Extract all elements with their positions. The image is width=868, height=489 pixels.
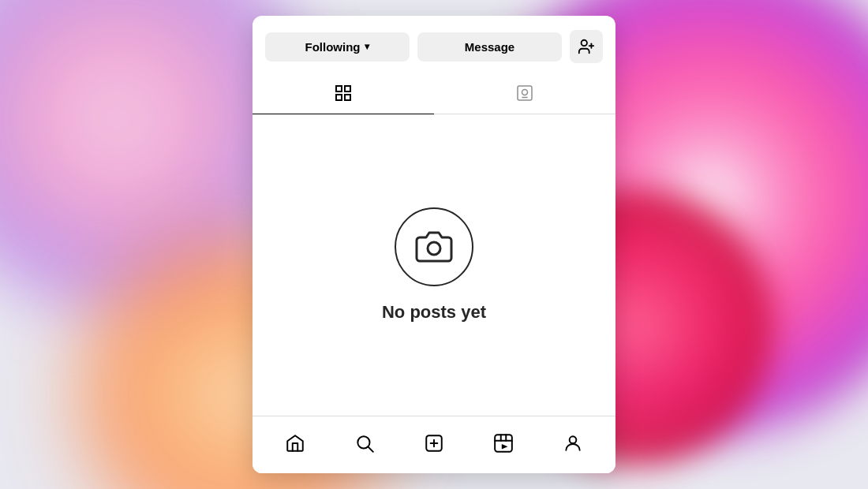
camera-icon [415, 228, 453, 266]
create-icon [424, 433, 444, 454]
nav-profile[interactable] [556, 426, 590, 461]
message-label: Message [465, 40, 514, 54]
following-label: Following [305, 40, 361, 54]
search-icon [354, 433, 375, 454]
svg-rect-6 [345, 95, 350, 100]
add-user-icon [578, 38, 595, 55]
content-area: No posts yet [253, 114, 615, 416]
chevron-down-icon: ▾ [365, 41, 369, 52]
svg-line-12 [369, 447, 373, 452]
svg-rect-16 [495, 435, 512, 452]
nav-home[interactable] [278, 426, 312, 461]
reels-icon [493, 433, 514, 454]
following-button[interactable]: Following ▾ [265, 32, 410, 62]
svg-rect-5 [336, 95, 342, 100]
profile-panel: Following ▾ Message [253, 16, 615, 473]
svg-point-21 [570, 436, 577, 443]
camera-circle [395, 207, 473, 286]
svg-point-8 [522, 90, 528, 95]
svg-point-10 [428, 242, 440, 255]
svg-marker-20 [502, 444, 508, 450]
tagged-icon [515, 84, 534, 103]
bottom-nav [253, 416, 615, 473]
tab-grid[interactable] [253, 73, 434, 114]
svg-point-0 [582, 40, 587, 46]
tab-tagged[interactable] [434, 73, 615, 114]
no-posts-label: No posts yet [382, 302, 486, 323]
message-button[interactable]: Message [417, 32, 562, 62]
nav-reels[interactable] [486, 426, 521, 461]
svg-rect-7 [518, 86, 532, 100]
grid-icon [334, 84, 353, 103]
action-bar: Following ▾ Message [253, 16, 615, 73]
profile-icon [563, 433, 583, 454]
profile-tabs [253, 73, 615, 114]
nav-search[interactable] [347, 426, 382, 461]
add-user-button[interactable] [570, 30, 603, 63]
nav-create[interactable] [417, 426, 451, 461]
svg-rect-4 [345, 86, 350, 91]
svg-rect-3 [336, 86, 342, 91]
home-icon [285, 433, 305, 454]
